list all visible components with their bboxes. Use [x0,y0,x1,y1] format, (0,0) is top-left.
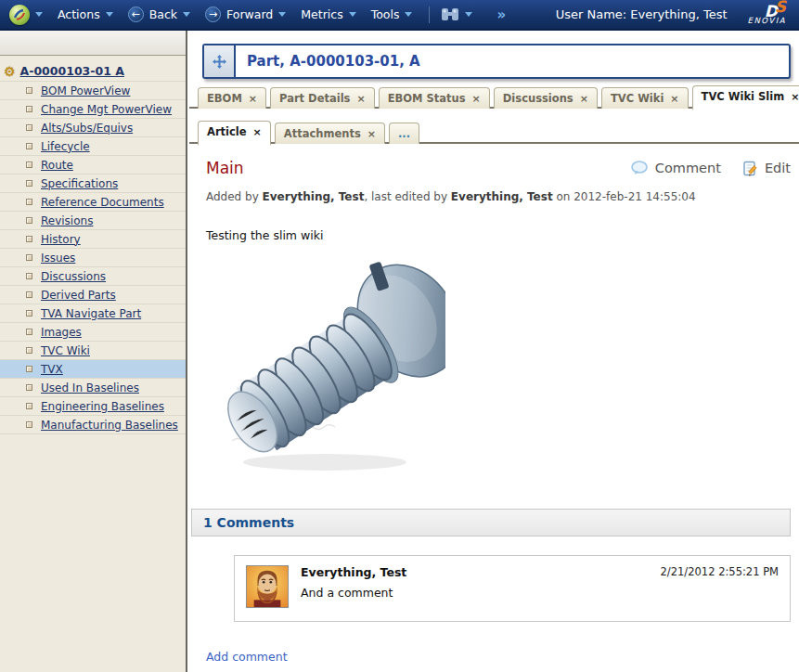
sidebar-item-label[interactable]: Images [41,326,82,339]
sidebar-item-label[interactable]: Derived Parts [41,289,116,302]
sidebar-item-label[interactable]: Engineering Baselines [41,400,164,413]
sidebar-item-label[interactable]: Change Mgt PowerView [41,103,172,116]
enovia-globe-icon [9,5,30,25]
sidebar-item-label[interactable]: Reference Documents [41,196,164,209]
logo-s: S [775,0,786,16]
metrics-menu[interactable]: Metrics [301,7,355,21]
sidebar-root-item[interactable]: ⚙ A-0000103-01 A [0,62,186,82]
user-name-label: User Name: Everything, Test [556,7,728,21]
sidebar-item[interactable]: Issues [0,249,186,267]
expand-toolbar-icon[interactable]: » [496,6,506,23]
sidebar-item[interactable]: TVA Navigate Part [0,304,186,323]
sidebar-item[interactable]: Route [0,156,186,174]
sidebar-item-label[interactable]: BOM PowerView [41,84,130,97]
tab[interactable]: Part Details × [270,87,375,109]
forward-button[interactable]: → Forward [205,6,286,22]
byline-editor: Everything, Test [451,190,553,203]
move-handle[interactable] [204,45,236,77]
tree-node-icon [26,291,32,298]
sidebar-item[interactable]: Change Mgt PowerView [0,100,186,119]
sub-tab[interactable]: Article × [198,121,271,146]
sidebar-item-label[interactable]: TVA Navigate Part [41,307,141,320]
tab[interactable]: TVC Wiki × [601,87,689,109]
sidebar-item[interactable]: Images [0,323,186,342]
edit-button[interactable]: Edit [743,161,791,176]
tab-close-icon[interactable]: × [791,91,799,103]
tree-node-icon [26,421,32,428]
sidebar-item-label[interactable]: Lifecycle [41,140,90,153]
comment-button[interactable]: Comment [631,161,721,175]
sidebar-item-label[interactable]: Discussions [41,270,106,283]
back-arrow-icon: ← [128,6,144,22]
sidebar-item-label[interactable]: Specifications [41,177,118,190]
speech-bubble-icon [631,161,649,175]
tab-close-icon[interactable]: × [356,93,365,105]
sidebar-item-label[interactable]: TVC Wiki [41,344,90,357]
sidebar-item[interactable]: Derived Parts [0,286,186,304]
sidebar-item[interactable]: TVC Wiki [0,342,186,360]
sidebar-item[interactable]: Alts/Subs/Equivs [0,119,186,137]
back-button[interactable]: ← Back [128,6,190,22]
tab-close-icon[interactable]: × [249,93,257,105]
sidebar-item[interactable]: Revisions [0,212,186,230]
tab-label: Part Details [279,92,350,105]
sidebar-item-label[interactable]: Route [41,159,73,172]
tree-node-icon [26,254,32,261]
tools-menu[interactable]: Tools [371,7,413,21]
tab-close-icon[interactable]: × [367,128,376,140]
article-byline: Added by Everything, Test, last edited b… [206,190,791,203]
navigation-tree: ⚙ A-0000103-01 A BOM PowerView Change Mg… [0,56,186,434]
app-menu-button[interactable] [9,5,43,25]
sidebar-item[interactable]: Reference Documents [0,193,186,212]
back-label: Back [149,7,177,21]
sidebar-item[interactable]: TVX [0,360,186,379]
tab-close-icon[interactable]: × [580,93,588,105]
tab-close-icon[interactable]: × [670,93,678,105]
comment-label: Comment [655,161,721,175]
actions-menu[interactable]: Actions [58,7,113,21]
search-button[interactable] [441,7,472,21]
main-content: Part, A-0000103-01, A EBOM × Part Detail… [189,31,799,672]
sidebar-item[interactable]: Specifications [0,174,186,193]
sidebar-item-label[interactable]: Revisions [41,214,93,227]
sidebar-item[interactable]: BOM PowerView [0,82,186,100]
sub-tab-overflow-button[interactable]: ... [389,123,419,144]
tab-label: TVC Wiki [611,92,664,105]
tab[interactable]: Discussions × [494,87,598,109]
sidebar-root-link[interactable]: A-0000103-01 A [20,64,124,78]
sidebar-item[interactable]: Manufacturing Baselines [0,416,186,434]
sidebar-item[interactable]: Lifecycle [0,137,186,156]
sidebar-item-label[interactable]: Manufacturing Baselines [41,419,178,432]
sidebar-item[interactable]: Engineering Baselines [0,397,186,416]
tree-node-icon [26,106,32,112]
tab[interactable]: TVC Wiki Slim × [692,85,799,110]
tree-node-icon [26,403,32,409]
comment-body: Everything, Test And a comment [301,565,649,612]
sidebar-item-label[interactable]: History [41,233,81,246]
forward-arrow-icon: → [205,6,221,22]
sub-tab[interactable]: Attachments × [275,123,385,144]
sidebar-item-label[interactable]: Alts/Subs/Equivs [41,122,133,135]
tab-label: TVC Wiki Slim [702,90,785,103]
tab-close-icon[interactable]: × [253,126,262,138]
chevron-down-icon [35,12,43,17]
tab-label: Discussions [503,92,573,105]
sidebar-item[interactable]: History [0,230,186,249]
sidebar-item[interactable]: Discussions [0,267,186,286]
move-icon [213,55,226,69]
chevron-down-icon [465,12,472,17]
tree-node-icon [26,366,32,372]
chevron-down-icon [106,12,113,17]
object-header: Part, A-0000103-01, A [202,44,791,79]
tab[interactable]: EBOM × [198,87,266,109]
tree-node-icon [26,217,32,224]
tab[interactable]: EBOM Status × [379,87,490,109]
sidebar-item-label[interactable]: Issues [41,252,75,265]
metrics-label: Metrics [301,7,342,21]
sidebar-item-label[interactable]: TVX [41,363,63,376]
sidebar-item-label[interactable]: Used In Baselines [41,381,139,394]
sidebar-item[interactable]: Used In Baselines [0,379,186,397]
tab-close-icon[interactable]: × [472,93,481,105]
add-comment-link[interactable]: Add comment [206,650,288,664]
chevron-down-icon [405,12,412,17]
